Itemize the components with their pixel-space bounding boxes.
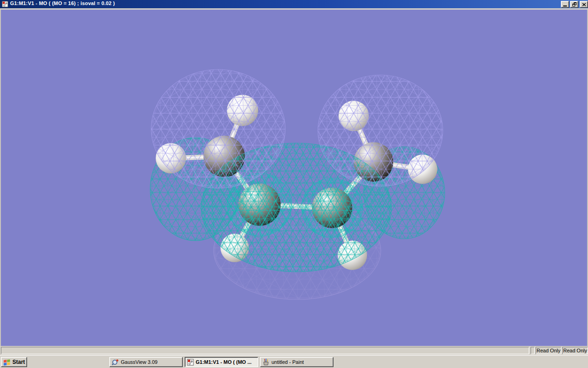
taskbar-item-label: untitled - Paint	[271, 359, 304, 365]
read-only-badge-2: Read Only	[562, 347, 588, 354]
molecule-viewport[interactable]	[0, 10, 588, 346]
close-icon[interactable]	[580, 1, 588, 8]
taskbar: Start GaussView 3.09	[0, 355, 588, 368]
start-button[interactable]: Start	[1, 357, 27, 367]
read-only-badge-1: Read Only	[536, 347, 561, 354]
gaussview-app-icon	[112, 358, 119, 366]
restore-icon[interactable]	[570, 1, 578, 8]
windows-flag-icon	[3, 359, 11, 366]
orbital-lobe-purple-top-right	[318, 75, 443, 186]
titlebar: G1:M1:V1 - MO ( (MO = 16) ; isoval = 0.0…	[0, 0, 588, 8]
taskbar-item-paint[interactable]: untitled - Paint	[260, 357, 334, 367]
orbital-lobe-cyan-cap-right	[302, 178, 362, 237]
molecule-render	[0, 10, 588, 346]
minimize-icon[interactable]	[561, 1, 569, 8]
statusbar: Read Only Read Only	[0, 346, 588, 355]
paint-icon	[262, 358, 270, 366]
window-title: G1:M1:V1 - MO ( (MO = 16) ; isoval = 0.0…	[10, 0, 115, 6]
start-label: Start	[12, 359, 25, 365]
screen: G1:M1:V1 - MO ( (MO = 16) ; isoval = 0.0…	[0, 0, 588, 368]
taskbar-item-label: GaussView 3.09	[121, 359, 158, 365]
gaussview-doc-icon	[187, 359, 194, 366]
statusbar-spacer	[531, 347, 535, 354]
taskbar-item-gaussview[interactable]: GaussView 3.09	[109, 357, 183, 367]
statusbar-message-area	[1, 347, 529, 354]
gaussview-doc-icon	[2, 1, 8, 7]
taskbar-item-label: G1:M1:V1 - MO ( (MO ...	[196, 359, 252, 365]
lobes-front	[151, 69, 443, 272]
orbital-lobe-purple-top-left	[151, 69, 285, 188]
taskbar-item-mo-window[interactable]: G1:M1:V1 - MO ( (MO ...	[185, 357, 258, 367]
